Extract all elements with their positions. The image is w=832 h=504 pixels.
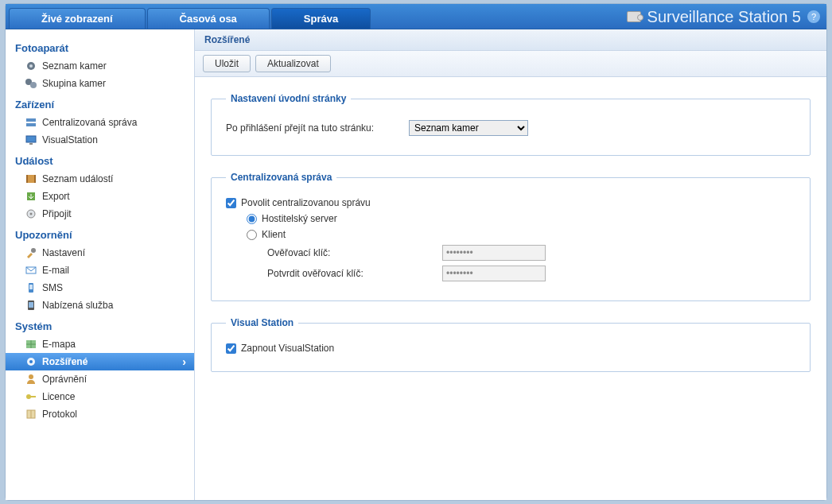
sidebar-item-visualstation[interactable]: VisualStation [6, 131, 194, 149]
section-notification: Upozornění [6, 223, 194, 244]
svg-rect-9 [26, 175, 28, 183]
svg-point-14 [31, 248, 36, 253]
svg-point-3 [30, 82, 37, 88]
section-device: Zařízení [6, 92, 194, 114]
svg-rect-19 [29, 302, 33, 308]
central-enable-checkbox[interactable] [226, 198, 236, 208]
app-title: Surveillance Station 5 [627, 4, 801, 29]
save-button[interactable]: Uložit [203, 55, 251, 72]
legend-central: Centralizovaná správa [226, 172, 336, 183]
book-icon [25, 408, 37, 421]
toolbar: Uložit Aktualizovat [195, 51, 826, 77]
sidebar-item-label: Seznam kamer [42, 60, 107, 72]
sidebar-item-label: Nabízená služba [42, 300, 113, 311]
homepage-label: Po přihlášení přejít na tuto stránku: [226, 122, 409, 134]
sidebar-item-camera-list[interactable]: Seznam kamer [6, 57, 194, 75]
sidebar-item-label: Nastavení [42, 247, 85, 258]
vs-enable-checkbox[interactable] [226, 343, 236, 354]
sidebar-item-camera-group[interactable]: Skupina kamer [6, 75, 194, 92]
gear-icon [25, 355, 37, 368]
sidebar-item-export[interactable]: Export [6, 188, 194, 205]
fieldset-visualstation: Visual Station Zapnout VisualStation [211, 317, 811, 372]
sidebar-item-label: Export [42, 191, 70, 202]
sidebar: Fotoaparát Seznam kamer Skupina kamer Za… [6, 29, 195, 500]
content-panel: Rozšířené Uložit Aktualizovat Nastavení … [195, 29, 826, 500]
mount-icon [25, 207, 37, 220]
user-icon [25, 373, 37, 386]
film-icon [25, 173, 37, 185]
radio-host-label: Hostitelský server [262, 213, 337, 224]
radio-client[interactable] [247, 230, 257, 240]
sidebar-item-advanced[interactable]: Rozšířené [6, 353, 194, 370]
sidebar-item-label: Licence [42, 391, 75, 402]
sidebar-item-email[interactable]: E-mail [6, 262, 194, 279]
sidebar-item-sms[interactable]: SMS [6, 279, 194, 297]
sidebar-item-privilege[interactable]: Oprávnění [6, 370, 194, 388]
sidebar-item-label: Centralizovaná správa [42, 117, 137, 128]
panel-title: Rozšířené [195, 29, 826, 51]
legend-homepage: Nastavení úvodní stránky [226, 93, 351, 104]
tab-live[interactable]: Živé zobrazení [9, 8, 146, 29]
export-icon [25, 190, 37, 203]
section-system: Systém [6, 314, 194, 335]
legend-visualstation: Visual Station [226, 317, 298, 328]
svg-rect-6 [26, 136, 36, 142]
key-icon [25, 390, 37, 403]
help-icon[interactable]: ? [807, 10, 820, 23]
homepage-select[interactable]: Seznam kamer [409, 120, 528, 136]
svg-rect-4 [26, 118, 36, 122]
fieldset-central: Centralizovaná správa Povolit centralizo… [211, 172, 811, 301]
sidebar-item-central-mgmt[interactable]: Centralizovaná správa [6, 114, 194, 131]
sidebar-item-label: E-mail [42, 265, 69, 276]
camera-icon [25, 60, 37, 72]
radio-host[interactable] [247, 214, 257, 224]
svg-point-22 [29, 360, 33, 363]
section-event: Událost [6, 149, 194, 170]
sidebar-item-label: VisualStation [42, 134, 98, 145]
tab-manage[interactable]: Správa [271, 8, 371, 29]
svg-rect-5 [26, 123, 36, 126]
sidebar-item-label: E-mapa [42, 339, 76, 350]
confirm-key-label: Potvrdit ověřovací klíč: [267, 268, 442, 279]
sidebar-item-notif-settings[interactable]: Nastavení [6, 244, 194, 262]
verify-key-label: Ověřovací klíč: [267, 247, 442, 258]
wrench-icon [25, 246, 37, 259]
sidebar-item-label: Připojit [42, 208, 72, 219]
device-icon [25, 299, 37, 312]
monitor-icon [25, 134, 37, 146]
vs-enable-label: Zapnout VisualStation [241, 343, 334, 354]
camera-group-icon [25, 77, 37, 90]
radio-client-label: Klient [262, 229, 286, 240]
sidebar-item-label: Rozšířené [42, 356, 87, 367]
sidebar-item-emap[interactable]: E-mapa [6, 335, 194, 353]
section-camera: Fotoaparát [6, 36, 194, 57]
sidebar-item-label: Seznam událostí [42, 173, 113, 184]
confirm-key-input[interactable] [442, 266, 546, 281]
sidebar-item-license[interactable]: Licence [6, 388, 194, 405]
sidebar-item-push[interactable]: Nabízená služba [6, 297, 194, 314]
server-icon [25, 116, 37, 129]
sidebar-item-label: Skupina kamer [42, 78, 106, 89]
tab-timeline[interactable]: Časová osa [147, 8, 270, 29]
verify-key-input[interactable] [442, 245, 546, 261]
sidebar-item-label: Protokol [42, 409, 77, 420]
sidebar-item-event-list[interactable]: Seznam událostí [6, 170, 194, 188]
app-title-text: Surveillance Station 5 [647, 8, 801, 26]
sidebar-item-log[interactable]: Protokol [6, 405, 194, 423]
svg-rect-10 [34, 175, 36, 183]
mail-icon [25, 264, 37, 277]
title-bar: Živé zobrazení Časová osa Správa Surveil… [6, 4, 826, 29]
central-enable-label: Povolit centralizovanou správu [241, 197, 371, 208]
phone-icon [25, 281, 37, 294]
refresh-button[interactable]: Aktualizovat [255, 55, 331, 72]
svg-rect-25 [30, 396, 36, 397]
svg-rect-7 [29, 143, 33, 145]
sidebar-item-label: Oprávnění [42, 374, 87, 385]
app-logo-icon [627, 11, 641, 22]
fieldset-homepage: Nastavení úvodní stránky Po přihlášení p… [211, 93, 811, 156]
sidebar-item-label: SMS [42, 282, 63, 293]
svg-point-13 [30, 213, 33, 215]
sidebar-item-mount[interactable]: Připojit [6, 205, 194, 223]
svg-rect-17 [29, 285, 33, 289]
svg-point-1 [29, 64, 33, 68]
